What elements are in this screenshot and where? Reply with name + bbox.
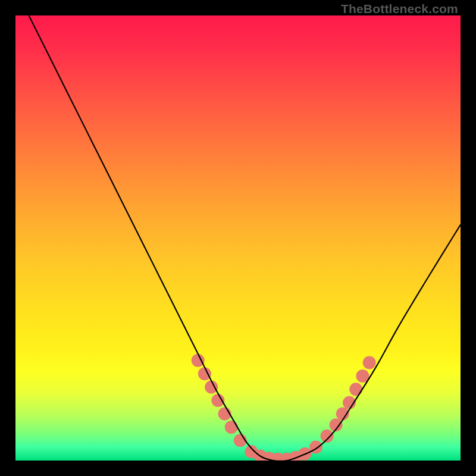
bottleneck-curve: [29, 15, 461, 461]
highlight-dot: [321, 430, 334, 443]
highlight-dot: [225, 421, 238, 434]
highlight-dot: [363, 356, 376, 369]
watermark-label: TheBottleneck.com: [341, 2, 458, 16]
highlight-dot: [192, 354, 205, 367]
chart-container: TheBottleneck.com: [0, 0, 476, 476]
chart-svg: [15, 15, 461, 461]
plot-area: [15, 15, 461, 461]
highlight-dots: [192, 354, 376, 461]
highlight-dot: [198, 367, 211, 380]
highlight-dot: [205, 381, 218, 394]
highlight-dot: [349, 383, 362, 396]
